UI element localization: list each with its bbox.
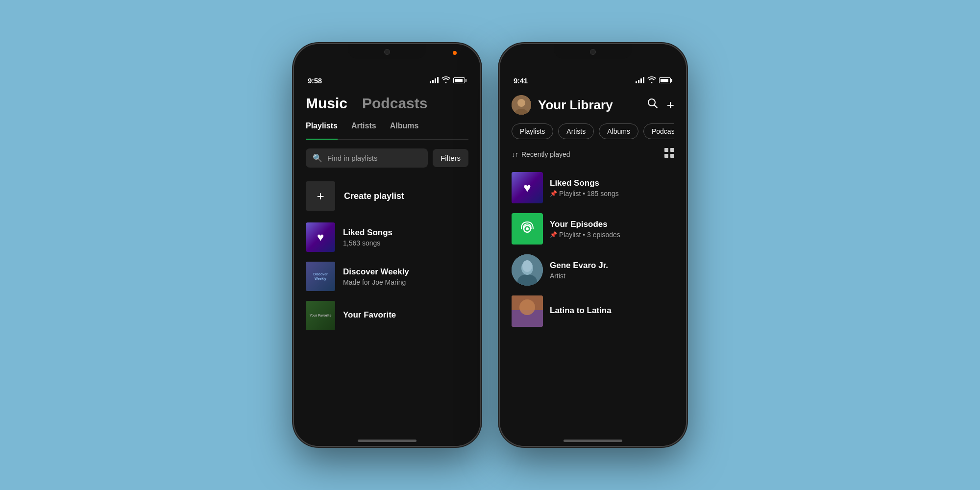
status-time-1: 9:58 xyxy=(308,76,322,85)
library-item-liked-songs[interactable]: ♥ Liked Songs 📌 Playlist • 185 songs xyxy=(512,167,674,208)
liked-songs-heart-icon: ♥ xyxy=(523,180,531,196)
library-item-gene-evaro[interactable]: Gene Evaro Jr. Artist xyxy=(512,249,674,291)
library-item-your-episodes[interactable]: Your Episodes 📌 Playlist • 3 episodes xyxy=(512,208,674,249)
status-icons-1 xyxy=(430,76,466,85)
svg-point-1 xyxy=(517,99,525,107)
library-item-latina[interactable]: Latina to Latina xyxy=(512,291,674,332)
phone-1-screen: 9:58 xyxy=(294,44,480,446)
phone-2-content: Your Library + Playlists Ar xyxy=(500,90,686,332)
svg-rect-5 xyxy=(664,148,668,152)
library-add-icon[interactable]: + xyxy=(667,98,674,113)
filter-chips: Playlists Artists Albums Podcasts & Sho xyxy=(512,123,674,139)
phones-container: 9:58 xyxy=(294,44,686,446)
signal-bar-1 xyxy=(430,81,431,83)
music-tab[interactable]: Music xyxy=(306,95,347,112)
liked-songs-lib-thumb: ♥ xyxy=(512,172,543,203)
subtab-albums[interactable]: Albums xyxy=(390,122,419,134)
your-episodes-sub: 📌 Playlist • 3 episodes xyxy=(550,231,620,239)
create-playlist-item[interactable]: + Create playlist xyxy=(306,174,468,218)
liked-songs-lib-name: Liked Songs xyxy=(550,178,619,188)
signal-bar-2 xyxy=(432,80,434,83)
grid-view-icon[interactable] xyxy=(664,148,674,160)
your-fav-name: Your Favorite xyxy=(343,310,396,320)
signal-bar-2-4 xyxy=(643,77,644,83)
liked-songs-thumbnail: ♥ xyxy=(306,222,335,252)
music-podcasts-header: Music Podcasts xyxy=(306,95,468,112)
phone-1-camera xyxy=(384,49,390,55)
gene-evaro-name: Gene Evaro Jr. xyxy=(550,261,608,270)
filter-chip-playlists[interactable]: Playlists xyxy=(512,123,553,139)
library-search-icon[interactable] xyxy=(647,98,658,112)
gene-evaro-image xyxy=(512,254,543,286)
user-avatar[interactable] xyxy=(512,95,531,115)
pin-icon-episodes: 📌 xyxy=(550,231,557,238)
pin-icon-liked: 📌 xyxy=(550,190,557,197)
discover-weekly-sub: Made for Joe Maring xyxy=(343,278,409,286)
svg-point-17 xyxy=(519,299,535,315)
sort-arrows-icon: ↓↑ xyxy=(512,150,518,158)
liked-songs-count: 1,563 songs xyxy=(343,239,392,247)
status-icons-2 xyxy=(636,76,672,85)
subtab-artists[interactable]: Artists xyxy=(351,122,376,134)
phone-1: 9:58 xyxy=(294,44,480,446)
your-fav-thumbnail: Your Favorite xyxy=(306,301,335,330)
phone-1-notch xyxy=(348,44,426,59)
svg-line-4 xyxy=(654,105,657,108)
sort-row: ↓↑ Recently played xyxy=(512,148,674,160)
library-header: Your Library + xyxy=(512,95,674,115)
subtabs: Playlists Artists Albums xyxy=(306,122,468,140)
gene-evaro-thumb xyxy=(512,254,543,286)
svg-point-14 xyxy=(522,260,532,272)
latina-name: Latina to Latina xyxy=(550,306,612,316)
your-episodes-info: Your Episodes 📌 Playlist • 3 episodes xyxy=(550,220,620,239)
status-bar-1: 9:58 xyxy=(294,69,480,90)
signal-bars-1 xyxy=(430,77,439,83)
subtab-playlists[interactable]: Playlists xyxy=(306,122,338,140)
wifi-icon-1 xyxy=(441,76,450,85)
filter-chip-albums[interactable]: Albums xyxy=(599,123,638,139)
svg-rect-6 xyxy=(670,148,674,152)
liked-songs-name: Liked Songs xyxy=(343,228,392,238)
search-icon: 🔍 xyxy=(313,153,322,163)
filter-chip-podcasts[interactable]: Podcasts & Sho xyxy=(643,123,674,139)
home-indicator-2[interactable] xyxy=(564,440,622,442)
phone-2-notch xyxy=(554,44,632,59)
svg-point-10 xyxy=(526,227,529,230)
create-playlist-label: Create playlist xyxy=(344,191,404,201)
search-row: 🔍 Find in playlists Filters xyxy=(306,148,468,168)
playlist-item-your-fav[interactable]: Your Favorite Your Favorite xyxy=(306,296,468,335)
battery-icon-1 xyxy=(453,77,466,83)
signal-bar-3 xyxy=(435,78,436,83)
discover-weekly-info: Discover Weekly Made for Joe Maring xyxy=(343,267,409,286)
playlist-item-liked-songs[interactable]: ♥ Liked Songs 1,563 songs xyxy=(306,218,468,257)
orange-indicator-dot xyxy=(453,51,457,55)
wifi-icon-2 xyxy=(647,76,656,85)
signal-bars-2 xyxy=(636,77,644,83)
your-episodes-name: Your Episodes xyxy=(550,220,620,229)
phone-2: 9:41 xyxy=(500,44,686,446)
search-box[interactable]: 🔍 Find in playlists xyxy=(306,148,428,168)
phone-2-screen: 9:41 xyxy=(500,44,686,446)
filter-chip-artists[interactable]: Artists xyxy=(558,123,594,139)
podcasts-tab[interactable]: Podcasts xyxy=(362,95,427,112)
svg-rect-8 xyxy=(670,154,674,158)
library-title: Your Library xyxy=(538,98,640,113)
status-bar-2: 9:41 xyxy=(500,69,686,90)
phone-2-camera xyxy=(590,49,596,55)
signal-bar-2-2 xyxy=(638,80,639,83)
heart-icon: ♥ xyxy=(317,230,324,244)
phone-1-content: Music Podcasts Playlists Artists Albums xyxy=(294,90,480,335)
sort-label[interactable]: ↓↑ Recently played xyxy=(512,150,570,158)
discover-weekly-thumbnail: DiscoverWeekly xyxy=(306,262,335,291)
liked-songs-lib-info: Liked Songs 📌 Playlist • 185 songs xyxy=(550,178,619,197)
sort-label-text: Recently played xyxy=(521,150,570,158)
gene-evaro-sub: Artist xyxy=(550,272,608,280)
latina-cover-art xyxy=(512,295,543,327)
discover-weekly-name: Discover Weekly xyxy=(343,267,409,277)
your-fav-info: Your Favorite xyxy=(343,310,396,321)
playlist-item-discover-weekly[interactable]: DiscoverWeekly Discover Weekly Made for … xyxy=(306,257,468,296)
filters-button[interactable]: Filters xyxy=(433,149,468,167)
create-playlist-icon: + xyxy=(306,181,335,211)
home-indicator-1[interactable] xyxy=(358,440,416,442)
signal-bar-2-3 xyxy=(640,78,642,83)
